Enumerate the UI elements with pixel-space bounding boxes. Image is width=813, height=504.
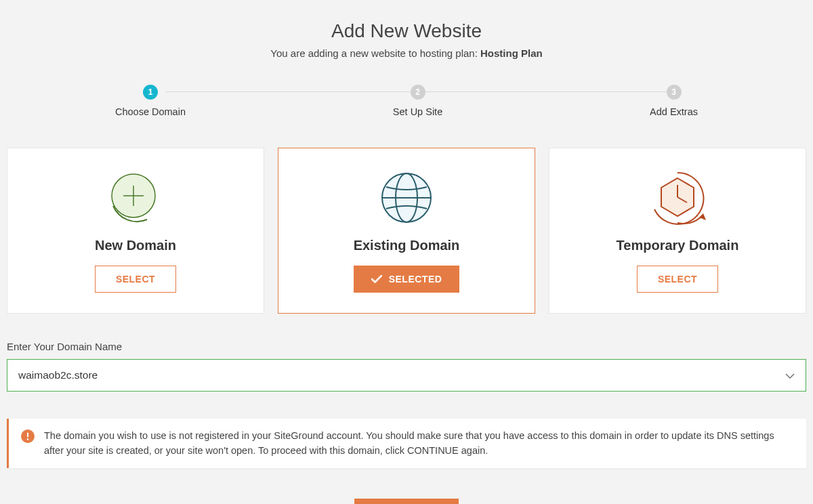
domain-field-label: Enter Your Domain Name [7, 341, 806, 352]
card-title-temporary-domain: Temporary Domain [617, 238, 739, 253]
card-new-domain[interactable]: New Domain SELECT [7, 148, 264, 314]
step-add-extras: 3 Add Extras [650, 85, 698, 117]
warning-icon [21, 429, 35, 446]
step-number-2: 2 [411, 85, 425, 100]
page-subtitle: You are adding a new website to hosting … [7, 47, 806, 59]
progress-stepper: 1 Choose Domain 2 Set Up Site 3 Add Extr… [115, 85, 698, 117]
domain-input-container[interactable] [7, 359, 806, 392]
select-new-domain-button[interactable]: SELECT [95, 266, 176, 293]
step-divider [422, 91, 670, 92]
domain-warning-alert: The domain you wish to use is not regist… [7, 419, 806, 468]
card-title-existing-domain: Existing Domain [354, 238, 460, 253]
page-title: Add New Website [7, 20, 806, 42]
card-existing-domain[interactable]: Existing Domain SELECTED [278, 148, 535, 314]
domain-name-input[interactable] [18, 369, 785, 381]
step-divider [165, 91, 413, 92]
card-temporary-domain[interactable]: Temporary Domain SELECT [549, 148, 806, 314]
alert-message: The domain you wish to use is not regist… [44, 428, 794, 459]
chevron-down-icon[interactable] [785, 369, 795, 381]
step-set-up-site: 2 Set Up Site [393, 85, 442, 117]
select-temporary-domain-button[interactable]: SELECT [637, 266, 718, 293]
domain-option-cards: New Domain SELECT Existing Domain SELECT… [7, 148, 806, 314]
hosting-plan-name: Hosting Plan [480, 47, 543, 59]
step-label-2: Set Up Site [393, 106, 442, 117]
step-label-3: Add Extras [650, 106, 698, 117]
card-title-new-domain: New Domain [95, 238, 176, 253]
selected-existing-domain-button[interactable]: SELECTED [354, 266, 460, 293]
svg-rect-10 [27, 433, 28, 438]
svg-point-11 [27, 438, 29, 440]
page-header: Add New Website You are adding a new web… [7, 20, 806, 59]
continue-button[interactable]: CONTINUE [354, 499, 459, 504]
globe-icon [377, 167, 436, 228]
clock-refresh-icon [646, 167, 709, 228]
check-icon [371, 275, 382, 283]
step-number-3: 3 [667, 85, 682, 100]
plus-circle-icon [106, 167, 165, 228]
step-choose-domain: 1 Choose Domain [115, 85, 186, 117]
step-number-1: 1 [143, 85, 158, 100]
step-label-1: Choose Domain [115, 106, 186, 117]
